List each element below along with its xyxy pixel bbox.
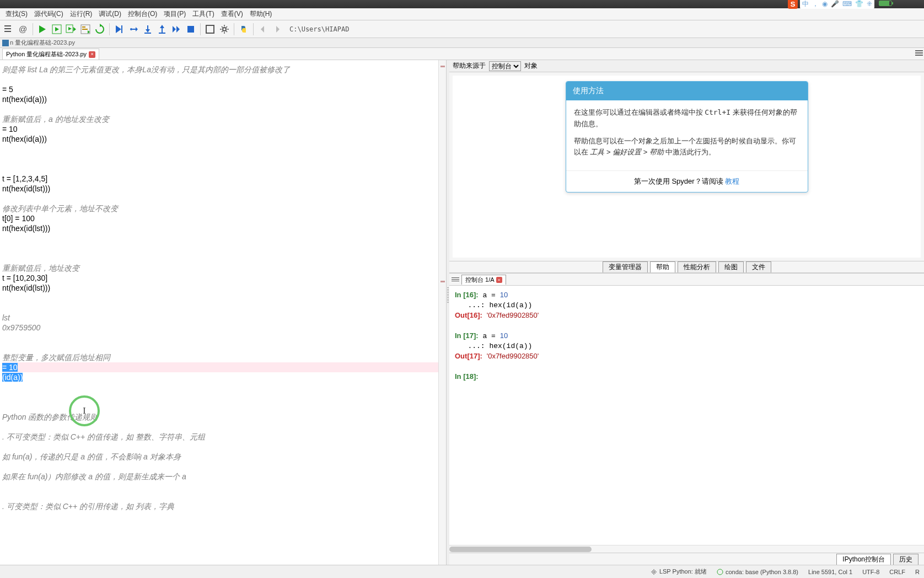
menu-project[interactable]: 项目(P) [160,8,189,20]
run-cell-button[interactable] [50,23,63,36]
console-options-icon[interactable] [452,276,459,283]
run-selection-button[interactable] [79,23,92,36]
code-line[interactable]: lst [2,313,446,323]
code-line[interactable] [2,392,446,402]
debug-start-button[interactable] [112,23,126,36]
maximize-pane-button[interactable] [203,23,217,36]
code-line[interactable]: nt(hex(id(a))) [2,94,446,104]
code-line[interactable] [2,104,446,114]
debug-stop-button[interactable] [184,23,197,36]
code-line[interactable]: Python 函数的参数传递规则 [2,412,446,422]
vertical-resizer[interactable] [447,60,449,565]
debug-step-into-button[interactable] [141,23,154,36]
code-line[interactable] [2,74,446,84]
code-line[interactable]: t[0] = 100 [2,213,446,223]
code-line[interactable] [2,164,446,174]
run-file-button[interactable] [36,23,49,36]
status-conda[interactable]: conda: base (Python 3.8.8) [717,569,798,575]
code-line[interactable]: 重新赋值后，a 的地址发生改变 [2,114,446,124]
debug-continue-button[interactable] [170,23,183,36]
console-tab[interactable]: 控制台 1/A × [461,275,506,285]
code-line[interactable]: t = [1,2,3,4,5] [2,174,446,184]
rerun-button[interactable] [93,23,106,36]
code-line[interactable]: 如果在 fun(a)）内部修改 a 的值，则是新生成来一个 a [2,472,446,481]
menu-console[interactable]: 控制台(O) [125,8,160,20]
console-tab-strip: 控制台 1/A × [449,274,924,286]
tab-help[interactable]: 帮助 [650,261,675,272]
editor-tab[interactable]: Python 量化编程基础-2023.py × [2,49,99,60]
menu-debug[interactable]: 调试(D) [95,8,125,20]
code-line[interactable]: 整型变量，多次赋值后地址相同 [2,352,446,362]
menu-view[interactable]: 查看(V) [218,8,246,20]
code-line[interactable] [2,342,446,352]
cwd-path[interactable]: C:\Users\HIAPAD [289,25,349,33]
code-line[interactable]: (id(a)) [2,372,446,382]
tab-history[interactable]: 历史 [893,554,918,565]
tab-files[interactable]: 文件 [746,261,771,272]
tab-plots[interactable]: 绘图 [718,261,744,272]
file-breadcrumb[interactable]: n 量化编程基础-2023.py [0,38,924,48]
menu-tools[interactable]: 工具(T) [189,8,217,20]
code-line[interactable] [2,382,446,392]
code-line[interactable]: 如 fun(a)，传递的只是 a 的值，不会影响 a 对象本身 [2,452,446,462]
panel-options-icon[interactable] [915,49,923,57]
run-cell-advance-button[interactable] [65,23,78,36]
code-line[interactable] [2,303,446,313]
code-line[interactable] [2,422,446,432]
code-line[interactable]: nt(hex(id(lst))) [2,283,446,293]
code-line[interactable] [2,154,446,164]
code-line[interactable] [2,402,446,412]
code-line[interactable]: = 10 [2,362,446,372]
status-encoding[interactable]: UTF-8 [862,569,879,575]
editor-scrollbar[interactable] [438,60,446,565]
close-console-button[interactable]: × [496,277,502,283]
debug-step-out-button[interactable] [155,23,169,36]
console-hscrollbar[interactable] [449,545,924,553]
python-path-button[interactable] [237,23,250,36]
tutorial-link[interactable]: 教程 [725,177,739,185]
cwd-back-button[interactable] [256,23,270,36]
help-source-select[interactable]: 控制台 [489,61,521,71]
code-line[interactable] [2,462,446,472]
code-line[interactable] [2,144,446,154]
code-line[interactable]: 修改列表中单个元素，地址不改变 [2,204,446,213]
console-output[interactable]: In [16]: a = 10 ...: hex(id(a)) Out[16]:… [449,286,924,545]
close-tab-button[interactable]: × [89,51,95,58]
code-line[interactable] [2,491,446,501]
status-lsp[interactable]: LSP Python: 就绪 [651,568,707,576]
tab-variable-explorer[interactable]: 变量管理器 [603,261,648,272]
tab-ipython-console[interactable]: IPython控制台 [836,554,891,565]
code-line[interactable] [2,233,446,243]
code-line[interactable]: 重新赋值后，地址改变 [2,263,446,273]
menu-run[interactable]: 运行(R) [67,8,96,20]
code-line[interactable] [2,442,446,452]
code-line[interactable]: t = [10,20,30] [2,273,446,283]
menu-help[interactable]: 帮助(H) [246,8,276,20]
ime-status[interactable]: 中 ， ◉ 🎤 ⌨ 👕 ⁜ [800,0,874,9]
code-line[interactable]: = 10 [2,124,446,134]
menu-find[interactable]: 查找(S) [2,8,31,20]
code-line[interactable] [2,333,446,342]
tab-profiler[interactable]: 性能分析 [678,261,716,272]
code-line[interactable]: nt(hex(id(lst))) [2,223,446,233]
code-line[interactable]: 则是将 list La 的第三个元素值更改，本身La没有动，只是其内部的一部分值… [2,65,446,74]
code-line[interactable] [2,293,446,303]
debug-step-button[interactable] [127,23,140,36]
code-line[interactable]: nt(hex(id(a))) [2,134,446,144]
code-line[interactable]: = 5 [2,84,446,94]
status-eol[interactable]: CRLF [889,569,905,575]
outline-button[interactable] [2,23,15,36]
at-button[interactable]: @ [17,23,30,36]
code-line[interactable] [2,253,446,263]
code-line[interactable]: . 不可变类型：类似 C++ 的值传递，如 整数、字符串、元组 [2,432,446,442]
code-line[interactable]: 0x9759500 [2,323,446,333]
code-editor[interactable]: 则是将 list La 的第三个元素值更改，本身La没有动，只是其内部的一部分值… [0,60,447,565]
code-line[interactable] [2,194,446,204]
code-line[interactable]: nt(hex(id(lst))) [2,184,446,194]
code-line[interactable]: . 可变类型：类似 C++ 的引用传递，如 列表，字典 [2,501,446,511]
preferences-button[interactable] [218,23,231,36]
code-line[interactable] [2,481,446,491]
code-line[interactable] [2,243,446,253]
cwd-forward-button[interactable] [271,23,284,36]
menu-source[interactable]: 源代码(C) [31,8,67,20]
